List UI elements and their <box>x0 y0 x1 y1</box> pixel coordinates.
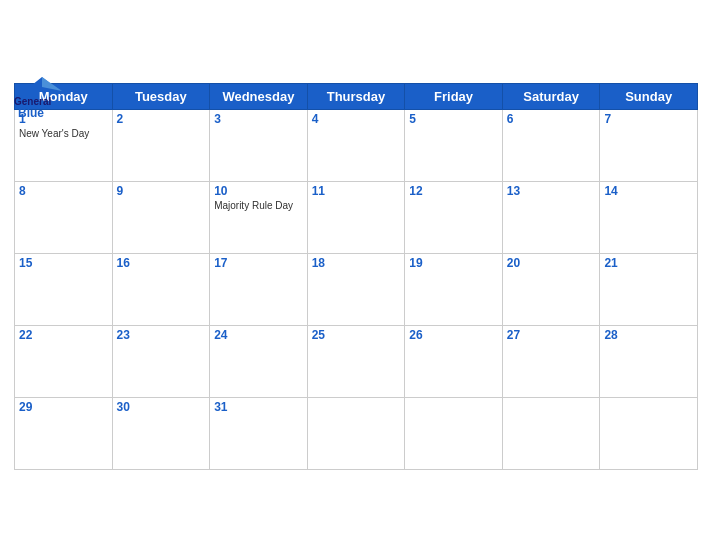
day-number: 10 <box>214 184 303 198</box>
day-number: 3 <box>214 112 303 126</box>
day-number: 5 <box>409 112 498 126</box>
day-number: 9 <box>117 184 206 198</box>
calendar-cell: 9 <box>112 181 210 253</box>
calendar-cell: 22 <box>15 325 113 397</box>
general-blue-logo: General Blue <box>14 77 72 119</box>
holiday-name: New Year's Day <box>19 128 108 139</box>
calendar-cell: 24 <box>210 325 308 397</box>
week-row-3: 15161718192021 <box>15 253 698 325</box>
day-number: 20 <box>507 256 596 270</box>
calendar-cell: 21 <box>600 253 698 325</box>
day-number: 12 <box>409 184 498 198</box>
calendar-cell: 10Majority Rule Day <box>210 181 308 253</box>
calendar-cell: 8 <box>15 181 113 253</box>
day-number: 8 <box>19 184 108 198</box>
calendar-cell: 3 <box>210 109 308 181</box>
calendar-cell: 12 <box>405 181 503 253</box>
calendar-cell: 4 <box>307 109 405 181</box>
calendar-cell: 18 <box>307 253 405 325</box>
calendar-cell: 20 <box>502 253 600 325</box>
day-number: 2 <box>117 112 206 126</box>
calendar-cell: 11 <box>307 181 405 253</box>
calendar-cell: 14 <box>600 181 698 253</box>
calendar-cell: 2 <box>112 109 210 181</box>
day-number: 19 <box>409 256 498 270</box>
week-row-1: 1New Year's Day234567 <box>15 109 698 181</box>
day-number: 31 <box>214 400 303 414</box>
day-number: 24 <box>214 328 303 342</box>
weekday-header-wednesday: Wednesday <box>210 83 308 109</box>
calendar-cell: 15 <box>15 253 113 325</box>
day-number: 17 <box>214 256 303 270</box>
day-number: 26 <box>409 328 498 342</box>
day-number: 21 <box>604 256 693 270</box>
calendar-cell <box>502 397 600 469</box>
day-number: 7 <box>604 112 693 126</box>
calendar-cell: 30 <box>112 397 210 469</box>
calendar-thead: MondayTuesdayWednesdayThursdayFridaySatu… <box>15 83 698 109</box>
weekday-header-friday: Friday <box>405 83 503 109</box>
day-number: 28 <box>604 328 693 342</box>
calendar-cell: 6 <box>502 109 600 181</box>
day-number: 25 <box>312 328 401 342</box>
weekday-header-saturday: Saturday <box>502 83 600 109</box>
day-number: 22 <box>19 328 108 342</box>
calendar-cell: 31 <box>210 397 308 469</box>
calendar-cell: 29 <box>15 397 113 469</box>
svg-text:Blue: Blue <box>18 106 44 119</box>
calendar-cell: 27 <box>502 325 600 397</box>
holiday-name: Majority Rule Day <box>214 200 303 211</box>
day-number: 30 <box>117 400 206 414</box>
week-row-5: 293031 <box>15 397 698 469</box>
calendar-cell <box>600 397 698 469</box>
calendar-cell: 23 <box>112 325 210 397</box>
weekday-header-sunday: Sunday <box>600 83 698 109</box>
day-number: 29 <box>19 400 108 414</box>
weekday-header-tuesday: Tuesday <box>112 83 210 109</box>
week-row-4: 22232425262728 <box>15 325 698 397</box>
day-number: 27 <box>507 328 596 342</box>
day-number: 14 <box>604 184 693 198</box>
calendar-cell: 19 <box>405 253 503 325</box>
day-number: 15 <box>19 256 108 270</box>
calendar-cell: 28 <box>600 325 698 397</box>
calendar-cell: 13 <box>502 181 600 253</box>
calendar-cell: 1New Year's Day <box>15 109 113 181</box>
day-number: 13 <box>507 184 596 198</box>
calendar-cell <box>405 397 503 469</box>
week-row-2: 8910Majority Rule Day11121314 <box>15 181 698 253</box>
calendar-cell: 17 <box>210 253 308 325</box>
calendar-cell: 5 <box>405 109 503 181</box>
calendar-body: 1New Year's Day2345678910Majority Rule D… <box>15 109 698 469</box>
calendar-cell: 25 <box>307 325 405 397</box>
calendar-table: MondayTuesdayWednesdayThursdayFridaySatu… <box>14 83 698 470</box>
calendar-cell: 7 <box>600 109 698 181</box>
weekday-header-row: MondayTuesdayWednesdayThursdayFridaySatu… <box>15 83 698 109</box>
day-number: 16 <box>117 256 206 270</box>
calendar-cell <box>307 397 405 469</box>
logo-area: General Blue <box>14 77 72 119</box>
svg-marker-1 <box>42 77 62 91</box>
day-number: 23 <box>117 328 206 342</box>
day-number: 4 <box>312 112 401 126</box>
calendar-container: General Blue MondayTuesdayWednesdayThurs… <box>0 67 712 484</box>
day-number: 11 <box>312 184 401 198</box>
weekday-header-thursday: Thursday <box>307 83 405 109</box>
calendar-cell: 26 <box>405 325 503 397</box>
day-number: 6 <box>507 112 596 126</box>
calendar-cell: 16 <box>112 253 210 325</box>
day-number: 18 <box>312 256 401 270</box>
